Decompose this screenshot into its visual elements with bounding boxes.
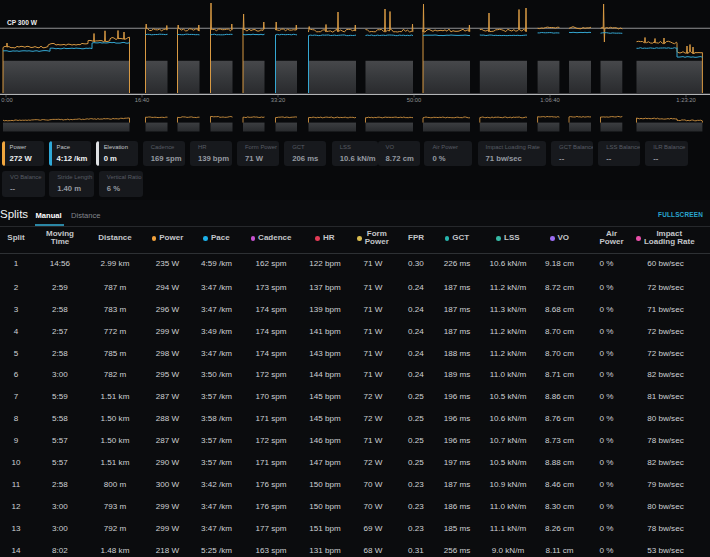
svg-text:1:06:40: 1:06:40: [540, 97, 559, 103]
svg-text:50:00: 50:00: [407, 97, 422, 103]
svg-text:CP 300 W: CP 300 W: [7, 19, 38, 26]
svg-text:1:23:20: 1:23:20: [676, 97, 695, 103]
svg-text:16:40: 16:40: [135, 97, 150, 103]
svg-text:33:20: 33:20: [271, 97, 286, 103]
svg-text:0:00: 0:00: [1, 97, 12, 103]
